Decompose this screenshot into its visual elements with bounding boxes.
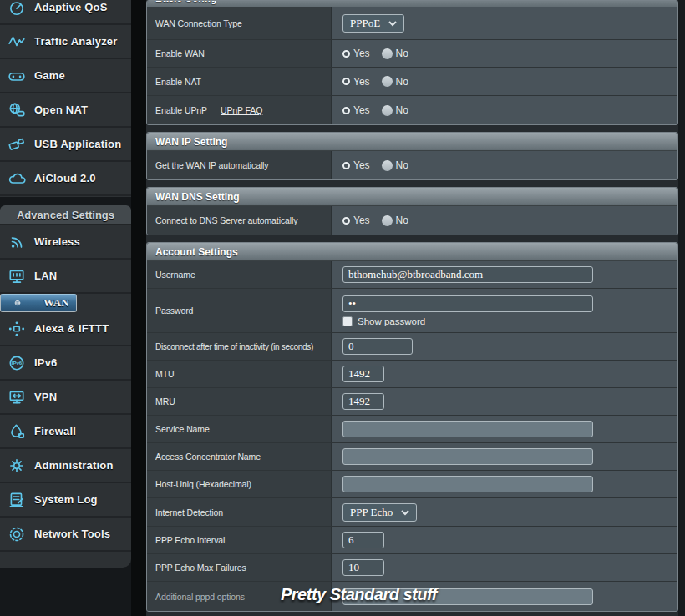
radio-label: No bbox=[396, 104, 408, 116]
field-label: WAN Connection Type bbox=[155, 18, 242, 28]
radio-selected-icon bbox=[342, 50, 350, 58]
sidebar-item-aicloud[interactable]: AiCloud 2.0 bbox=[0, 162, 131, 196]
sidebar-item-label: Wireless bbox=[34, 235, 80, 248]
field-label: Additional pppd options bbox=[155, 592, 245, 602]
radio-label: Yes bbox=[353, 76, 370, 88]
sidebar-item-usb-application[interactable]: USB Application bbox=[0, 128, 131, 162]
settings-row-auto-wan-ip: Get the WAN IP automatically Yes No bbox=[147, 151, 677, 179]
auto-wan-ip-radio-yes[interactable]: Yes bbox=[342, 159, 370, 171]
field-label: MTU bbox=[155, 369, 174, 379]
radio-label: Yes bbox=[353, 48, 370, 59]
sidebar-content-divider bbox=[131, 0, 146, 616]
mru-input[interactable] bbox=[342, 393, 384, 410]
enable-nat-radio-yes[interactable]: Yes bbox=[342, 76, 370, 88]
settings-row-mru: MRU bbox=[147, 388, 677, 416]
field-label: Get the WAN IP automatically bbox=[155, 160, 269, 170]
settings-row-auto-dns: Connect to DNS Server automatically Yes … bbox=[147, 206, 677, 235]
username-input[interactable] bbox=[342, 266, 593, 283]
internet-detection-select[interactable]: PPP Echo bbox=[342, 503, 417, 522]
radio-label: No bbox=[396, 76, 408, 88]
field-label: Host-Uniq (Hexadecimal) bbox=[155, 479, 251, 489]
enable-wan-radio-yes[interactable]: Yes bbox=[342, 48, 370, 59]
right-edge-shade bbox=[678, 0, 685, 616]
field-label: PPP Echo Interval bbox=[155, 535, 225, 545]
sidebar-item-vpn[interactable]: VPN bbox=[0, 381, 131, 415]
password-input[interactable] bbox=[342, 295, 593, 312]
wan-connection-type-select[interactable]: PPPoE bbox=[342, 14, 404, 33]
service-name-input[interactable] bbox=[342, 421, 593, 437]
sidebar-item-alexa-ifttt[interactable]: Alexa & IFTTT bbox=[0, 312, 131, 346]
sidebar-item-label: Alexa & IFTTT bbox=[34, 322, 109, 335]
sidebar-item-label: WAN bbox=[43, 296, 69, 310]
settings-row-enable-nat: Enable NAT Yes No bbox=[147, 68, 677, 96]
select-value: PPP Echo bbox=[350, 506, 393, 519]
section-header: WAN IP Setting bbox=[147, 133, 677, 151]
waveform-icon bbox=[7, 32, 27, 52]
handwritten-annotation: Pretty Standard stuff bbox=[281, 585, 437, 604]
enable-wan-radio-no[interactable]: No bbox=[382, 48, 408, 59]
sidebar-item-label: IPv6 bbox=[34, 356, 58, 369]
radio-selected-icon bbox=[342, 78, 350, 85]
field-label: Enable NAT bbox=[155, 77, 201, 87]
settings-row-enable-upnp: Enable UPnP UPnP FAQ Yes No bbox=[147, 96, 677, 124]
sidebar-advanced-panel: Advanced Settings Wireless LAN WAN Alexa… bbox=[0, 205, 131, 568]
sidebar-item-system-log[interactable]: System Log bbox=[0, 483, 131, 518]
sidebar-item-lan[interactable]: LAN bbox=[0, 260, 131, 294]
sidebar-item-label: Traffic Analyzer bbox=[34, 35, 118, 48]
basic-config-section: Basic Config WAN Connection Type PPPoE E… bbox=[146, 0, 678, 125]
show-password-checkbox[interactable] bbox=[342, 316, 353, 326]
lan-monitor-icon bbox=[7, 266, 27, 286]
sidebar-item-ipv6[interactable]: IPv6 IPv6 bbox=[0, 346, 131, 381]
settings-row-password: Password Show password bbox=[147, 289, 677, 333]
enable-upnp-radio-no[interactable]: No bbox=[382, 104, 408, 116]
sidebar-item-game[interactable]: Game bbox=[0, 59, 131, 93]
sidebar-item-administration[interactable]: Administration bbox=[0, 449, 131, 483]
mtu-input[interactable] bbox=[342, 366, 384, 382]
cloud-icon bbox=[7, 169, 27, 189]
settings-row-access-concentrator: Access Concentrator Name bbox=[147, 443, 677, 471]
sidebar-item-label: LAN bbox=[34, 270, 57, 282]
gauge-icon bbox=[7, 0, 27, 18]
sidebar-item-firewall[interactable]: Firewall bbox=[0, 415, 131, 449]
sidebar-item-open-nat[interactable]: Open NAT bbox=[0, 93, 131, 128]
field-label: Connect to DNS Server automatically bbox=[155, 215, 297, 225]
sidebar-item-wireless[interactable]: Wireless bbox=[0, 225, 131, 260]
select-value: PPPoE bbox=[350, 17, 380, 30]
radio-selected-icon bbox=[342, 217, 350, 225]
settings-row-wan-connection-type: WAN Connection Type PPPoE bbox=[147, 7, 677, 40]
svg-text:IPv6: IPv6 bbox=[12, 361, 23, 366]
wan-dns-setting-section: WAN DNS Setting Connect to DNS Server au… bbox=[146, 187, 678, 235]
auto-dns-radio-yes[interactable]: Yes bbox=[342, 215, 370, 226]
access-concentrator-input[interactable] bbox=[342, 448, 593, 465]
gamepad-icon bbox=[7, 66, 27, 86]
globe-gamepad-icon bbox=[7, 100, 27, 120]
sidebar-item-network-tools[interactable]: Network Tools bbox=[0, 518, 131, 552]
ppp-echo-max-failures-input[interactable] bbox=[342, 559, 384, 576]
sidebar-item-label: System Log bbox=[34, 493, 98, 506]
log-document-icon bbox=[7, 490, 27, 510]
idle-disconnect-input[interactable] bbox=[342, 338, 413, 355]
sidebar-item-traffic-analyzer[interactable]: Traffic Analyzer bbox=[0, 25, 131, 59]
auto-wan-ip-radio-no[interactable]: No bbox=[382, 159, 408, 171]
radio-label: No bbox=[396, 48, 408, 59]
chevron-down-icon bbox=[401, 506, 409, 519]
settings-row-ppp-echo-max-failures: PPP Echo Max Failures bbox=[147, 554, 677, 582]
settings-row-service-name: Service Name bbox=[147, 416, 677, 443]
auto-dns-radio-no[interactable]: No bbox=[382, 215, 408, 226]
wan-ip-setting-section: WAN IP Setting Get the WAN IP automatica… bbox=[146, 132, 678, 180]
sidebar-general-panel: Adaptive QoS Traffic Analyzer Game Open … bbox=[0, 0, 131, 197]
radio-label: No bbox=[396, 159, 408, 171]
enable-nat-radio-no[interactable]: No bbox=[382, 76, 408, 88]
enable-upnp-radio-yes[interactable]: Yes bbox=[342, 104, 370, 116]
radio-selected-icon bbox=[342, 162, 350, 169]
upnp-faq-link[interactable]: UPnP FAQ bbox=[221, 105, 262, 115]
account-settings-section: Account Settings Username Password Show … bbox=[146, 242, 678, 612]
radio-unselected-icon bbox=[382, 105, 393, 116]
field-label: Enable UPnP bbox=[155, 105, 207, 115]
sidebar-item-adaptive-qos[interactable]: Adaptive QoS bbox=[0, 0, 131, 25]
sidebar-item-label: Open NAT bbox=[34, 104, 88, 116]
sidebar-item-wan[interactable]: WAN bbox=[0, 294, 77, 312]
wan-settings-page: Basic Config WAN Connection Type PPPoE E… bbox=[146, 0, 678, 616]
ppp-echo-interval-input[interactable] bbox=[342, 532, 384, 548]
host-uniq-input[interactable] bbox=[342, 476, 593, 492]
